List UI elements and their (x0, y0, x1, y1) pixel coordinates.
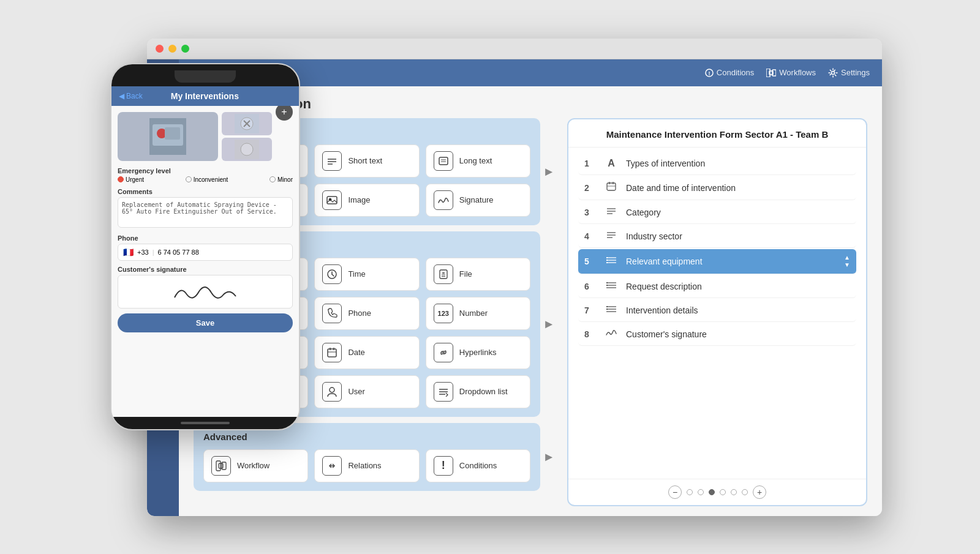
form-preview-title: Maintenance Intervention Form Sector A1 … (568, 119, 866, 148)
advanced-section: Advanced Workflow (194, 423, 540, 491)
preview-item-8[interactable]: 8 Customer's signature (578, 323, 856, 346)
minor-option[interactable]: Minor (270, 176, 293, 183)
save-button[interactable]: Save (118, 313, 293, 332)
user-item[interactable]: User (314, 375, 419, 408)
sort-up[interactable]: ▲ (844, 255, 850, 261)
file-icon (434, 264, 453, 284)
item-2-label: Date and time of intervention (626, 183, 850, 193)
item-7-icon (604, 305, 619, 316)
preview-item-2[interactable]: 2 Date and time of intervention (578, 176, 856, 200)
signature-item[interactable]: Signature (426, 184, 530, 217)
number-item[interactable]: 123 Number (426, 297, 530, 330)
pagination-dot-6[interactable] (742, 489, 748, 495)
svg-point-26 (832, 71, 835, 74)
time-item[interactable]: Time (314, 258, 419, 291)
side-image-2[interactable] (222, 138, 272, 161)
form-preview-footer: − + (568, 479, 866, 505)
conditions-label: Conditions (459, 461, 497, 470)
settings-action[interactable]: Settings (828, 68, 870, 78)
signature-icon (434, 190, 453, 210)
urgent-option[interactable]: Urgent (118, 176, 144, 183)
relations-icon (322, 456, 342, 476)
dropdown-list-item[interactable]: Dropdown list (426, 375, 530, 408)
svg-rect-59 (607, 183, 616, 190)
user-icon (322, 382, 342, 402)
preview-item-7[interactable]: 7 Intervention details (578, 299, 856, 322)
back-label: Back (126, 92, 143, 100)
phone-label-item: Phone (348, 309, 371, 318)
item-2-number: 2 (584, 183, 597, 193)
date-item[interactable]: Date (314, 336, 419, 369)
phone-prefix: +33 (137, 249, 149, 256)
workflow-item[interactable]: Workflow (203, 449, 308, 482)
svg-text:!: ! (708, 70, 710, 77)
presentation-arrow[interactable]: ► (540, 118, 555, 225)
svg-point-52 (330, 387, 334, 392)
mobile-preview: ◀ Back My Interventions (110, 63, 300, 430)
phone-label: Phone (118, 234, 293, 242)
comments-field[interactable] (118, 197, 293, 228)
long-text-icon (434, 151, 453, 171)
minimize-button[interactable] (168, 45, 176, 53)
conditions-icon: ! (434, 456, 453, 476)
emergency-level-label: Emergency level (118, 167, 293, 174)
file-label: File (459, 269, 472, 279)
signature-area[interactable] (118, 275, 293, 309)
relations-item[interactable]: Relations (314, 449, 419, 482)
phone-item[interactable]: Phone (314, 297, 419, 330)
hyperlinks-item[interactable]: Hyperlinks (426, 336, 530, 369)
side-image-1[interactable] (222, 112, 272, 135)
short-text-icon (322, 151, 342, 171)
short-text-item[interactable]: Short text (314, 144, 419, 178)
main-image[interactable] (118, 112, 218, 161)
dropdown-list-label: Dropdown list (459, 387, 508, 396)
long-text-item[interactable]: Long text (426, 144, 530, 178)
item-6-label: Request description (626, 282, 850, 291)
svg-rect-46 (328, 349, 336, 357)
emergency-level-options: Urgent Inconvenient Minor (118, 176, 293, 183)
close-button[interactable] (156, 45, 164, 53)
item-3-number: 3 (584, 208, 597, 217)
phone-back-button[interactable]: ◀ Back (119, 92, 143, 100)
item-4-number: 4 (584, 231, 597, 241)
long-text-label: Long text (459, 156, 492, 165)
item-2-icon (604, 182, 619, 194)
conditions-item[interactable]: ! Conditions (426, 449, 530, 482)
svg-rect-3 (165, 127, 180, 140)
workflow-label: Workflow (237, 461, 270, 470)
inconvenient-option[interactable]: Inconvenient (186, 176, 228, 183)
preview-item-1[interactable]: 1 A Types of intervention (578, 152, 856, 175)
item-4-label: Industry sector (626, 231, 850, 241)
pagination-dot-2[interactable] (698, 489, 704, 495)
svg-point-9 (241, 143, 253, 155)
conditions-action[interactable]: ! Conditions (705, 68, 754, 77)
preview-item-5[interactable]: 5 Relevant equipment ▲ ▼ (578, 249, 856, 274)
item-7-number: 7 (584, 305, 597, 315)
pagination-plus[interactable]: + (753, 485, 766, 499)
add-image-button[interactable]: + (276, 106, 293, 121)
preview-item-4[interactable]: 4 Industry sector (578, 225, 856, 248)
phone-input-field[interactable]: 🇫🇷 +33 | 6 74 05 77 88 (118, 244, 293, 261)
pagination-dot-1[interactable] (687, 489, 693, 495)
hyperlinks-icon (434, 343, 453, 362)
pagination-dot-3[interactable] (709, 489, 715, 495)
item-7-label: Intervention details (626, 305, 850, 315)
pagination-minus[interactable]: − (668, 485, 682, 499)
preview-item-3[interactable]: 3 Category (578, 201, 856, 224)
pagination-dot-4[interactable] (720, 489, 726, 495)
data-arrow[interactable]: ► (540, 231, 555, 417)
advanced-arrow[interactable]: ► (540, 423, 555, 491)
maximize-button[interactable] (181, 45, 189, 53)
pagination-dot-5[interactable] (731, 489, 737, 495)
sort-down[interactable]: ▼ (844, 262, 850, 268)
image-icon (322, 190, 342, 210)
image-item[interactable]: Image (314, 184, 419, 217)
item-1-label: Types of intervention (626, 159, 850, 168)
workflows-action[interactable]: Workflows (766, 68, 816, 77)
sort-arrows: ▲ ▼ (844, 255, 850, 268)
item-6-number: 6 (584, 282, 597, 291)
user-label: User (348, 387, 364, 396)
preview-item-6[interactable]: 6 Request description (578, 275, 856, 298)
image-label: Image (348, 195, 370, 204)
file-item[interactable]: File (426, 258, 530, 291)
